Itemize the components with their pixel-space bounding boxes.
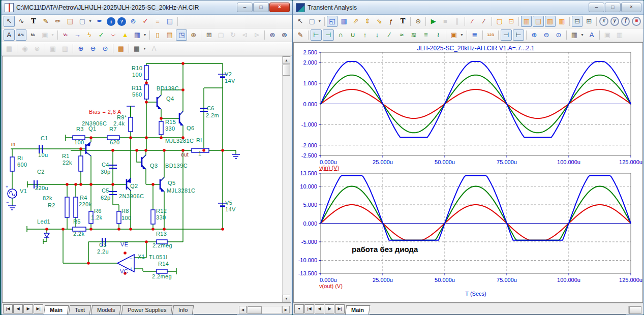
color-palette-icon[interactable]: ▦: [569, 29, 580, 41]
scroll-down-button[interactable]: ▼: [283, 295, 290, 302]
new-page-icon[interactable]: ▯: [152, 29, 163, 41]
node-voltages-icon[interactable]: V•: [60, 29, 71, 41]
color-palette-icon[interactable]: ▦: [131, 43, 142, 54]
tab-info[interactable]: Info: [172, 305, 194, 314]
info-mode-icon[interactable]: i: [107, 17, 115, 26]
vertical-scroll-thumb[interactable]: [283, 65, 290, 76]
currents-icon[interactable]: →: [72, 29, 83, 41]
legend-vout[interactable]: v(out) (V): [319, 283, 343, 289]
text-page-icon[interactable]: ▤: [164, 29, 175, 41]
pane-stripes-icon[interactable]: ▥: [521, 16, 532, 27]
next-page-button[interactable]: ▶: [23, 304, 33, 313]
select-area-icon[interactable]: ⊞: [203, 29, 214, 41]
border-display-icon[interactable]: ≡: [152, 16, 163, 27]
vertical-scrollbar[interactable]: ▲ ▼: [282, 56, 291, 302]
data-points-icon[interactable]: ▢: [494, 16, 505, 27]
slope-cursor-icon[interactable]: ∕: [467, 16, 478, 27]
pin-connections-icon[interactable]: ·–·: [108, 29, 119, 41]
zoom-mode-icon[interactable]: ◱: [327, 16, 338, 27]
align-cursor-left-icon[interactable]: ⊣: [501, 29, 512, 41]
scroll-left-button[interactable]: ◀: [239, 306, 247, 313]
scope-icon[interactable]: ▦: [339, 16, 349, 27]
low-icon[interactable]: ↓: [372, 29, 383, 41]
prev-page-button[interactable]: ◀: [315, 304, 324, 313]
horizontal-scrollbar[interactable]: [628, 306, 641, 313]
branch-icon[interactable]: ≀: [433, 29, 444, 41]
text-mode-icon[interactable]: T: [28, 16, 39, 27]
x-axis-settings-icon[interactable]: x: [599, 17, 608, 26]
last-page-button[interactable]: ▶|: [34, 304, 43, 313]
tab-text[interactable]: Text: [69, 305, 91, 314]
close-button[interactable]: ×: [621, 3, 641, 12]
power-icon[interactable]: ϟ: [84, 29, 95, 41]
minimize-button[interactable]: –: [237, 3, 253, 12]
formula-icon[interactable]: ƒ: [386, 16, 396, 27]
valley-icon[interactable]: ∪: [347, 29, 358, 41]
crosshair-icon[interactable]: ⊞: [584, 16, 594, 27]
conditions-icon[interactable]: ✓: [96, 29, 107, 41]
horizontal-scroll-thumb[interactable]: [248, 306, 262, 314]
font-icon[interactable]: A: [586, 29, 597, 41]
scale-mode-icon[interactable]: ⇗: [350, 16, 361, 27]
tab-models[interactable]: Models: [91, 305, 121, 314]
zoom-100-icon[interactable]: ⊙: [553, 29, 564, 41]
high-icon[interactable]: ↑: [359, 29, 371, 41]
global-high-icon[interactable]: ≋: [408, 29, 419, 41]
tab-main[interactable]: Main: [44, 305, 69, 314]
zoom-out-icon[interactable]: ⊖: [541, 29, 552, 41]
slope-cursor2-icon[interactable]: ∕: [479, 16, 489, 27]
pane-right-icon[interactable]: ▥: [557, 16, 567, 27]
shape-dropdown-icon[interactable]: ▾: [87, 16, 93, 27]
value-display-icon[interactable]: 123: [485, 29, 496, 41]
palette-dropdown-icon[interactable]: ▾: [579, 29, 585, 41]
find-next-icon[interactable]: ⊚: [279, 29, 290, 41]
tab-main[interactable]: Main: [345, 305, 371, 314]
numeric-output-icon[interactable]: ≣: [469, 29, 480, 41]
shape-dropdown-icon[interactable]: ▾: [317, 16, 322, 27]
zoom-in-icon[interactable]: ⊕: [75, 43, 86, 54]
palette-dropdown-icon[interactable]: ▾: [142, 43, 147, 54]
zoom-out-icon[interactable]: ⊖: [87, 43, 99, 54]
close-button[interactable]: ×: [269, 3, 290, 12]
help-mode-icon[interactable]: ?: [117, 17, 126, 26]
properties-icon[interactable]: ⊛: [188, 29, 199, 41]
pane-left-icon[interactable]: ▥: [545, 16, 556, 27]
shape-tool-icon[interactable]: ▢: [306, 16, 317, 27]
horizontal-scroll-track[interactable]: [628, 306, 641, 313]
find-icon[interactable]: ⊚: [267, 29, 278, 41]
tokens-icon[interactable]: ⊡: [506, 16, 516, 27]
rules-check-icon[interactable]: ✓: [140, 16, 151, 27]
pane-lines-icon[interactable]: ▤: [533, 16, 543, 27]
first-page-button[interactable]: |◀: [304, 304, 314, 313]
shape-tool-icon[interactable]: ▢: [77, 16, 88, 27]
zoom-in-icon[interactable]: ⊕: [529, 29, 540, 41]
inflection-icon[interactable]: ≈: [396, 29, 407, 41]
tab-power-supplies[interactable]: Power Supplies: [121, 305, 172, 314]
properties-icon[interactable]: ⊛: [413, 16, 423, 27]
schematic-canvas[interactable]: + − − +: [2, 56, 291, 303]
fx-settings-icon[interactable]: ƒ: [621, 17, 630, 26]
grid-dropdown-icon[interactable]: ▾: [142, 29, 148, 41]
cursor-left-icon[interactable]: ⊢: [311, 29, 322, 41]
single-axis-icon[interactable]: ⊟: [572, 16, 582, 27]
slope-icon[interactable]: ∕: [384, 29, 395, 41]
polyline-draw-icon[interactable]: ✏: [52, 16, 64, 27]
scroll-up-button[interactable]: ▲: [283, 56, 290, 64]
global-low-icon[interactable]: ≡: [420, 29, 432, 41]
wire-mode-icon[interactable]: ∿: [16, 16, 27, 27]
select-tool-icon[interactable]: ↖: [295, 16, 305, 27]
select-tool-icon[interactable]: ↖: [4, 16, 15, 27]
paste-dropdown-icon[interactable]: ▾: [459, 29, 465, 41]
cursor-right-icon[interactable]: ⊣: [323, 29, 334, 41]
minimize-button[interactable]: –: [589, 3, 604, 12]
plot-panel[interactable]: JLH-2025-SC_20kHz-AH.CIR V1.A=.7...2.1 2…: [293, 42, 643, 303]
scale-y-icon[interactable]: ⇘: [374, 16, 385, 27]
text-mode-icon[interactable]: T: [397, 16, 408, 27]
show-node-numbers-icon[interactable]: N•: [27, 29, 39, 41]
select-connected-icon[interactable]: ◳: [176, 29, 187, 41]
prev-page-button[interactable]: ◀: [13, 304, 23, 313]
last-page-button[interactable]: ▶|: [335, 304, 345, 313]
horizontal-scroll-thumb[interactable]: [629, 306, 641, 314]
save-image-icon[interactable]: ▤: [115, 43, 127, 54]
bus-icon[interactable]: ▤: [65, 16, 76, 27]
